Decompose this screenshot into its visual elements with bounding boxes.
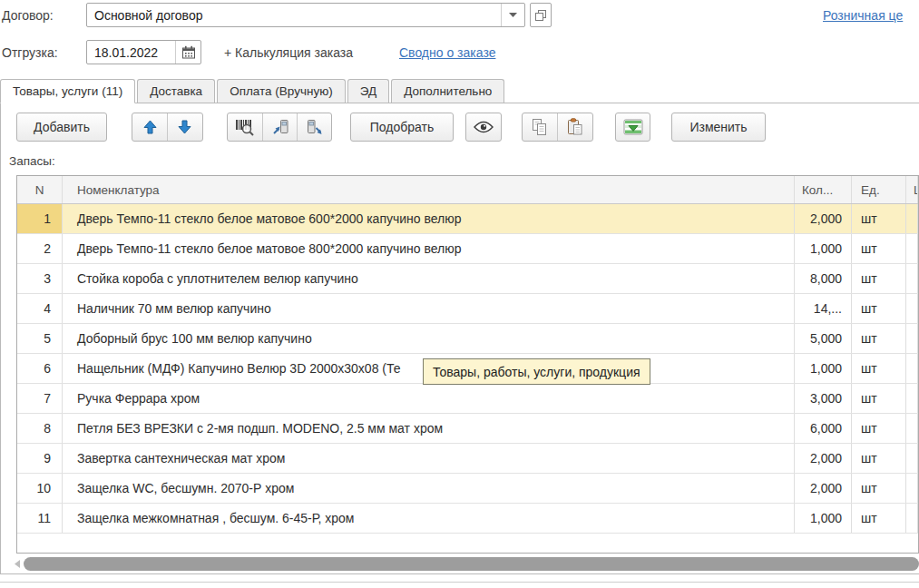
- table-row[interactable]: 5 Доборный брус 100 мм велюр капучино 5,…: [17, 324, 918, 354]
- terminal-load-button[interactable]: [262, 113, 297, 141]
- add-button[interactable]: Добавить: [16, 113, 107, 142]
- item-unit: шт: [852, 354, 906, 383]
- copy-rows-button[interactable]: [523, 113, 557, 141]
- scrollbar-thumb[interactable]: [24, 557, 919, 571]
- item-price: [906, 414, 918, 443]
- item-price: [906, 444, 918, 473]
- table-row[interactable]: 10 Защелка WC, бесшумн. 2070-Р хром 2,00…: [17, 474, 918, 504]
- table-row[interactable]: 4 Наличник 70 мм велюр капучино 14,... ш…: [17, 294, 918, 324]
- barcode-scan-button[interactable]: [228, 113, 262, 141]
- move-row-group: [132, 113, 203, 142]
- edit-button-label: Изменить: [689, 120, 747, 134]
- table-row[interactable]: 8 Петля БЕЗ ВРЕЗКИ с 2-мя подшп. MODENO,…: [17, 414, 918, 444]
- pick-button[interactable]: Подобрать: [350, 113, 454, 142]
- add-button-label: Добавить: [34, 120, 90, 134]
- tab-goods-services[interactable]: Товары, услуги (11): [0, 79, 135, 103]
- tab-label: Товары, услуги (11): [13, 84, 122, 98]
- item-qty: 2,000: [795, 204, 852, 233]
- item-name: Ручка Феррара хром: [63, 384, 795, 413]
- terminal-upload-icon: [271, 118, 289, 136]
- inventory-section-label: Запасы:: [9, 154, 55, 168]
- item-unit: шт: [852, 384, 906, 413]
- item-price: [906, 204, 918, 233]
- table-row[interactable]: 9 Завертка сантехническая мат хром 2,000…: [17, 444, 918, 474]
- edit-button[interactable]: Изменить: [671, 113, 766, 142]
- fill-table-button[interactable]: [615, 113, 650, 142]
- item-qty: 1,000: [795, 234, 852, 263]
- item-unit: шт: [852, 234, 906, 263]
- retail-price-link[interactable]: Розничная це: [823, 8, 903, 23]
- item-unit: шт: [852, 444, 906, 473]
- column-header-price[interactable]: Ц: [906, 176, 918, 203]
- move-up-button[interactable]: [132, 113, 167, 141]
- table-row[interactable]: 2 Дверь Темпо-11 стекло белое матовое 80…: [17, 234, 918, 264]
- item-qty: 5,000: [795, 324, 852, 353]
- scroll-left-button[interactable]: [13, 560, 22, 568]
- tab-additional[interactable]: Дополнительно: [391, 79, 504, 103]
- column-header-num[interactable]: N: [17, 176, 63, 203]
- tab-delivery[interactable]: Доставка: [137, 79, 215, 103]
- row-number: 10: [17, 474, 63, 503]
- arrow-down-icon: [178, 120, 191, 134]
- item-qty: 14,...: [795, 294, 852, 323]
- move-down-button[interactable]: [167, 113, 201, 141]
- row-number: 1: [17, 204, 63, 233]
- item-qty: 3,000: [795, 384, 852, 413]
- item-unit: шт: [852, 414, 906, 443]
- chevron-down-icon: [509, 13, 517, 17]
- contract-dropdown-button[interactable]: [501, 4, 524, 26]
- item-name: Петля БЕЗ ВРЕЗКИ с 2-мя подшп. MODENO, 2…: [63, 414, 795, 443]
- row-number: 6: [17, 354, 63, 383]
- terminal-unload-button[interactable]: [297, 113, 331, 141]
- contract-value: Основной договор: [87, 8, 501, 23]
- visibility-button[interactable]: [465, 113, 502, 142]
- shipment-date-value: 18.01.2022: [87, 45, 175, 60]
- row-number: 4: [17, 294, 63, 323]
- item-price: [906, 324, 918, 353]
- item-name: Доборный брус 100 мм велюр капучино: [63, 324, 795, 353]
- column-header-qty[interactable]: Кол...: [795, 176, 852, 203]
- tab-ed[interactable]: ЭД: [347, 79, 389, 103]
- item-price: [906, 234, 918, 263]
- paste-rows-button[interactable]: [557, 113, 591, 141]
- item-unit: шт: [852, 324, 906, 353]
- item-name: Наличник 70 мм велюр капучино: [63, 294, 795, 323]
- bottom-divider: [0, 582, 919, 583]
- table-row[interactable]: 1 Дверь Темпо-11 стекло белое матовое 60…: [17, 204, 918, 234]
- shipment-date-field[interactable]: 18.01.2022: [86, 40, 201, 64]
- column-header-unit[interactable]: Ед.: [852, 176, 906, 203]
- eye-icon: [474, 121, 494, 133]
- item-name: Защелка межкомнатная , бесшум. 6-45-Р, х…: [63, 504, 795, 533]
- contract-open-button[interactable]: [530, 3, 552, 27]
- tab-bar: Товары, услуги (11) Доставка Оплата (Вру…: [0, 79, 919, 103]
- item-qty: 2,000: [795, 474, 852, 503]
- shipment-label: Отгрузка:: [2, 45, 58, 60]
- order-calculation-toggle[interactable]: + Калькуляция заказа: [224, 45, 353, 60]
- tab-label: ЭД: [360, 84, 376, 98]
- item-name: Защелка WC, бесшумн. 2070-Р хром: [63, 474, 795, 503]
- horizontal-scrollbar[interactable]: [13, 556, 919, 572]
- barcode-search-icon: [235, 118, 255, 136]
- paste-icon: [566, 118, 584, 136]
- item-name: Дверь Темпо-11 стекло белое матовое 800*…: [63, 234, 795, 263]
- contract-combobox[interactable]: Основной договор: [86, 3, 525, 27]
- order-summary-link[interactable]: Сводно о заказе: [399, 45, 495, 60]
- table-row[interactable]: 3 Стойка короба с уплотнителем велюр кап…: [17, 264, 918, 294]
- copy-paste-group: [522, 113, 593, 142]
- copy-icon: [531, 118, 549, 136]
- item-name: Завертка сантехническая мат хром: [63, 444, 795, 473]
- barcode-group: [227, 113, 332, 142]
- item-price: [906, 474, 918, 503]
- tab-payment[interactable]: Оплата (Вручную): [217, 79, 346, 103]
- item-price: [906, 384, 918, 413]
- calendar-picker-button[interactable]: [175, 41, 200, 64]
- row-number: 2: [17, 234, 63, 263]
- column-header-name[interactable]: Номенклатура: [63, 176, 795, 203]
- calendar-icon: [181, 45, 196, 59]
- tab-label: Дополнительно: [404, 84, 492, 98]
- item-type-tooltip: Товары, работы, услуги, продукция: [423, 358, 650, 385]
- row-number: 7: [17, 384, 63, 413]
- item-unit: шт: [852, 504, 906, 533]
- table-row[interactable]: 11 Защелка межкомнатная , бесшум. 6-45-Р…: [17, 504, 918, 534]
- table-row[interactable]: 7 Ручка Феррара хром 3,000 шт: [17, 384, 918, 414]
